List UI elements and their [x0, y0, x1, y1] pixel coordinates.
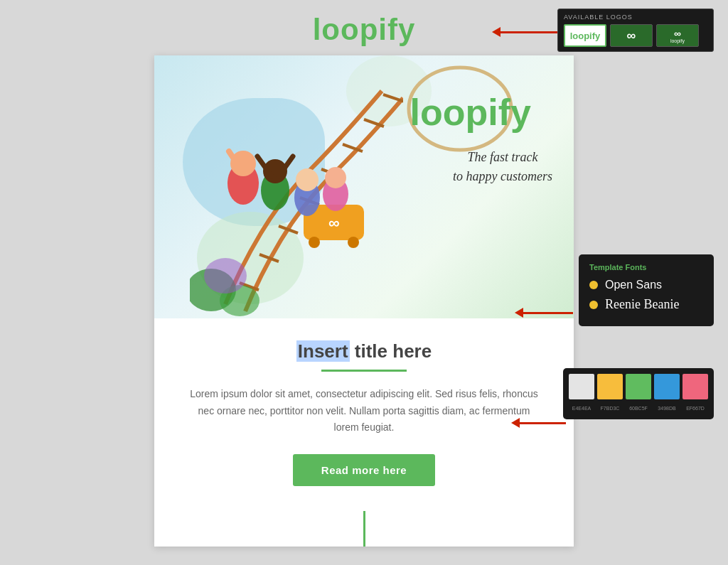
- arrow-fonts-head: [515, 308, 523, 318]
- main-logo: loopify: [313, 13, 416, 46]
- insert-title: Insert title here: [190, 340, 538, 364]
- available-logos-label: AVAILABLE LOGOS: [564, 14, 707, 21]
- arrow-palette-line: [520, 422, 566, 424]
- svg-point-11: [309, 237, 320, 248]
- font-dot-1: [589, 281, 598, 289]
- template-fonts-panel: Template Fonts Open Sans Reenie Beanie: [579, 254, 714, 326]
- logo-option-1[interactable]: loopify: [564, 24, 606, 47]
- logo-option-3-text: ∞: [674, 28, 681, 38]
- arrow-fonts: [515, 308, 573, 318]
- title-underline: [321, 370, 407, 372]
- color-swatch-1[interactable]: F7BD3C: [597, 374, 623, 399]
- body-text: Lorem ipsum dolor sit amet, consectetur …: [190, 386, 538, 436]
- font-item-1: Open Sans: [589, 279, 703, 291]
- arrow-logos: [492, 27, 557, 37]
- hero-image: ∞: [154, 55, 574, 318]
- header: loopify AVAILABLE LOGOS loopify ∞ ∞ loop…: [0, 0, 728, 55]
- svg-point-21: [296, 168, 318, 191]
- color-label-4: EF667D: [686, 406, 705, 411]
- logo-option-3[interactable]: ∞ loopify: [656, 24, 699, 47]
- main-logo-area: loopify: [313, 13, 416, 47]
- svg-point-12: [348, 237, 359, 248]
- color-swatch-2[interactable]: 60BC5F: [626, 374, 651, 399]
- illustration-svg: ∞: [190, 112, 389, 318]
- svg-point-26: [204, 258, 247, 294]
- hero-tagline-line2: to happy customers: [453, 167, 552, 186]
- font-name-open-sans: Open Sans: [605, 279, 662, 291]
- text-section: Insert title here Lorem ipsum dolor sit …: [154, 318, 574, 500]
- hero-tagline: The fast track to happy customers: [453, 148, 552, 186]
- template-fonts-label: Template Fonts: [589, 263, 703, 271]
- arrow-palette-head: [511, 418, 520, 428]
- svg-text:∞: ∞: [328, 214, 340, 232]
- arrow-logos-line: [500, 31, 557, 33]
- logo-option-1-text: loopify: [570, 31, 601, 41]
- svg-line-1: [383, 95, 403, 102]
- logo-option-2-text: ∞: [627, 28, 636, 43]
- insert-word: Insert: [296, 340, 350, 362]
- color-label-1: F7BD3C: [601, 406, 620, 411]
- logo-options: loopify ∞ ∞ loopify: [564, 24, 707, 47]
- color-swatch-3[interactable]: 3498DB: [654, 374, 680, 399]
- color-palette-panel: E4E4EA F7BD3C 60BC5F 3498DB EF667D: [563, 368, 714, 419]
- hero-tagline-line1: The fast track: [453, 148, 552, 167]
- color-swatches-container: E4E4EA F7BD3C 60BC5F 3498DB EF667D: [569, 374, 708, 414]
- logo-option-2[interactable]: ∞: [610, 24, 653, 47]
- arrow-fonts-line: [523, 312, 573, 314]
- content-area: ∞: [0, 55, 728, 547]
- color-label-0: E4E4EA: [572, 406, 591, 411]
- arrow-logos-head: [492, 27, 500, 37]
- font-item-2: Reenie Beanie: [589, 297, 703, 312]
- arrow-palette: [511, 418, 566, 428]
- logo-option-3-subtext: loopify: [670, 38, 685, 43]
- svg-point-23: [325, 167, 346, 188]
- font-name-script: Reenie Beanie: [605, 297, 679, 312]
- email-card: ∞: [154, 55, 574, 547]
- color-swatch-4[interactable]: EF667D: [682, 374, 708, 399]
- title-rest: title here: [350, 340, 432, 362]
- font-dot-2: [589, 301, 598, 309]
- cta-button[interactable]: Read more here: [293, 454, 435, 486]
- bottom-line: [363, 511, 365, 547]
- color-label-2: 60BC5F: [629, 406, 648, 411]
- available-logos-panel: AVAILABLE LOGOS loopify ∞ ∞ loopify: [557, 9, 714, 52]
- hero-logo: loopify: [410, 91, 531, 134]
- color-swatch-0[interactable]: E4E4EA: [569, 374, 594, 399]
- color-label-3: 3498DB: [658, 406, 675, 411]
